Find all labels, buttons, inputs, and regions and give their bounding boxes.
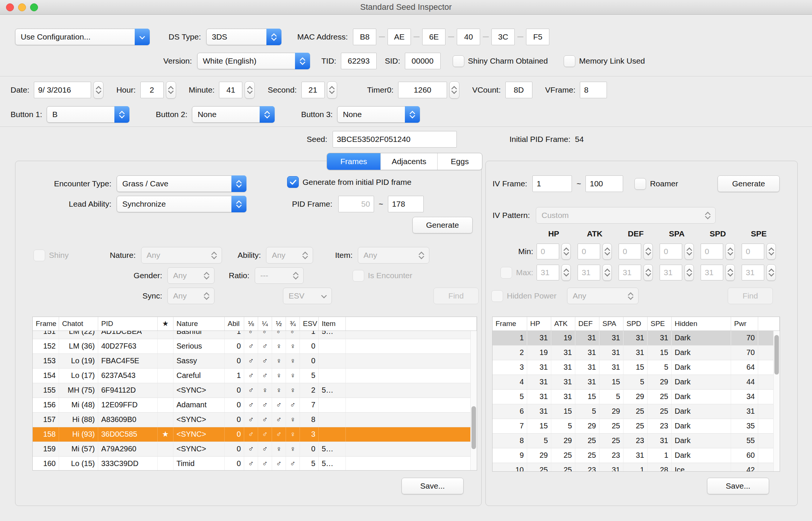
column-header-item[interactable]: Item (319, 317, 346, 331)
is-encounter-checkbox[interactable] (353, 270, 364, 282)
memory-link-checkbox[interactable] (564, 55, 575, 67)
table-row[interactable]: 156Mi (48)12E09FFDAdamant0♂♂♂♂7 (33, 398, 477, 413)
column-header-pid[interactable]: PID (98, 317, 158, 331)
column-header-chatot[interactable]: Chatot (59, 317, 98, 331)
pid-frame-max-field[interactable]: 178 (388, 196, 424, 212)
vertical-scrollbar-thumb[interactable] (774, 335, 779, 374)
mac-byte-0-field[interactable]: B8 (353, 29, 376, 45)
table-row[interactable]: 152LM (36)40D27F63Serious0♂♂♀♀0 (33, 339, 477, 354)
column-header-hidden[interactable]: Hidden (672, 317, 731, 331)
iv-max-spd-field[interactable]: 31 (701, 265, 723, 280)
mac-byte-1-field[interactable]: AE (388, 29, 411, 45)
second-field[interactable]: 21 (301, 82, 325, 98)
column-header-fill[interactable] (346, 317, 477, 331)
save-button-frames[interactable]: Save... (401, 478, 464, 494)
hour-field[interactable]: 2 (140, 82, 164, 98)
iv-min-spd-field[interactable]: 0 (701, 244, 723, 259)
table-row[interactable]: 2193131313115Dark70 (493, 346, 780, 360)
tab-eggs[interactable]: Eggs (438, 153, 482, 170)
second-stepper[interactable] (327, 81, 337, 99)
table-row[interactable]: 1025252331128Ice42 (493, 463, 780, 471)
iv-max-atk-field[interactable]: 31 (578, 265, 600, 280)
column-header-spd[interactable]: SPD (623, 317, 648, 331)
table-row[interactable]: 157Hi (88)A83609B0<SYNC>0♂♂♂♀8 (33, 413, 477, 427)
iv-min-spe-field[interactable]: 0 (742, 244, 764, 259)
column-header-hp[interactable]: HP (527, 317, 551, 331)
hidden-power-checkbox[interactable] (491, 290, 503, 302)
iv-max-atk-stepper[interactable] (602, 264, 612, 281)
roamer-checkbox[interactable] (634, 178, 646, 190)
iv-min-hp-field[interactable]: 0 (537, 244, 559, 259)
button2-select[interactable]: None (192, 106, 275, 123)
sid-field[interactable]: 00000 (405, 53, 441, 69)
iv-max-checkbox[interactable] (500, 267, 512, 279)
esv-select[interactable]: ESV (283, 288, 332, 304)
iv-pattern-select[interactable]: Custom (536, 207, 716, 224)
table-row[interactable]: 158Hi (93)36D0C585★<SYNC>0♂♂♂♀3 (33, 427, 477, 442)
vframe-field[interactable]: 8 (580, 82, 607, 98)
item-select[interactable]: Any (358, 247, 429, 264)
column-header-g2[interactable]: ¼ (258, 317, 272, 331)
column-header-g3[interactable]: ½ (272, 317, 286, 331)
iv-min-spa-stepper[interactable] (684, 243, 694, 260)
version-select[interactable]: White (English) (197, 53, 310, 69)
column-header-g1[interactable]: ⅛ (244, 317, 258, 331)
column-header-g4[interactable]: ¾ (286, 317, 300, 331)
column-header-abil[interactable]: Abil (225, 317, 244, 331)
mac-byte-2-field[interactable]: 6E (422, 29, 446, 45)
vertical-scrollbar[interactable] (773, 331, 780, 471)
column-header-frame[interactable]: Frame (33, 317, 59, 331)
table-row[interactable]: 531311552925Dark34 (493, 390, 780, 404)
vcount-field[interactable]: 8D (505, 82, 532, 98)
table-row[interactable]: 631155292525Dark31 (493, 404, 780, 419)
iv-min-atk-stepper[interactable] (602, 243, 612, 260)
column-header-star[interactable]: ★ (158, 317, 173, 331)
vertical-scrollbar[interactable] (470, 331, 477, 470)
iv-min-atk-field[interactable]: 0 (578, 244, 600, 259)
table-row[interactable]: 154Lo (17)6237A543Careful1♂♂♀♀5 (33, 369, 477, 383)
find-ivs-button[interactable]: Find (728, 288, 773, 304)
hour-stepper[interactable] (166, 81, 176, 99)
gender-select[interactable]: Any (167, 267, 214, 284)
column-header-esv[interactable]: ESV (300, 317, 319, 331)
iv-frame-min-field[interactable]: 1 (532, 175, 572, 192)
iv-min-def-field[interactable]: 0 (619, 244, 641, 259)
mac-byte-3-field[interactable]: 40 (457, 29, 480, 45)
tab-frames[interactable]: Frames (327, 153, 381, 170)
iv-min-spa-field[interactable]: 0 (660, 244, 682, 259)
table-row[interactable]: 153Lo (19)FBAC4F5ESassy0♂♂♀♀0 (33, 354, 477, 369)
iv-max-spd-stepper[interactable] (725, 264, 735, 281)
minute-field[interactable]: 41 (219, 82, 242, 98)
generate-button[interactable]: Generate (412, 217, 473, 233)
timer0-stepper[interactable] (449, 81, 459, 99)
tid-field[interactable]: 62293 (341, 53, 377, 69)
vertical-scrollbar-thumb[interactable] (471, 406, 476, 449)
column-header-spa[interactable]: SPA (599, 317, 623, 331)
iv-max-def-stepper[interactable] (643, 264, 653, 281)
sync-select[interactable]: Any (167, 288, 214, 304)
table-row[interactable]: 431313115529Dark44 (493, 375, 780, 390)
button3-select[interactable]: None (337, 106, 420, 123)
iv-min-hp-stepper[interactable] (561, 243, 571, 260)
shiny-charm-checkbox[interactable] (453, 55, 464, 67)
button1-select[interactable]: B (47, 106, 129, 123)
column-header-pwr[interactable]: Pwr (731, 317, 758, 331)
table-row[interactable]: 151LM (22)AD1DCBEABashful1♂♂♂♂15… (33, 331, 477, 339)
pid-frame-min-field[interactable]: 50 (338, 196, 374, 212)
ratio-select[interactable]: --- (255, 267, 304, 284)
iv-max-spe-stepper[interactable] (766, 264, 776, 281)
seed-field[interactable]: 3BCE53502F051240 (333, 131, 457, 148)
iv-min-spd-stepper[interactable] (725, 243, 735, 260)
table-row[interactable]: 929252523311Dark60 (493, 448, 780, 463)
column-header-atk[interactable]: ATK (551, 317, 575, 331)
column-header-fill[interactable] (758, 317, 780, 331)
iv-frame-max-field[interactable]: 100 (585, 175, 623, 192)
table-row[interactable]: 715529252523Dark35 (493, 419, 780, 434)
iv-min-spe-stepper[interactable] (766, 243, 776, 260)
nature-select[interactable]: Any (141, 247, 222, 264)
iv-max-spa-stepper[interactable] (684, 264, 694, 281)
hidden-power-select[interactable]: Any (567, 288, 639, 304)
ability-select[interactable]: Any (266, 247, 313, 264)
generate-ivs-button[interactable]: Generate (718, 175, 780, 192)
mac-byte-4-field[interactable]: 3C (491, 29, 515, 45)
